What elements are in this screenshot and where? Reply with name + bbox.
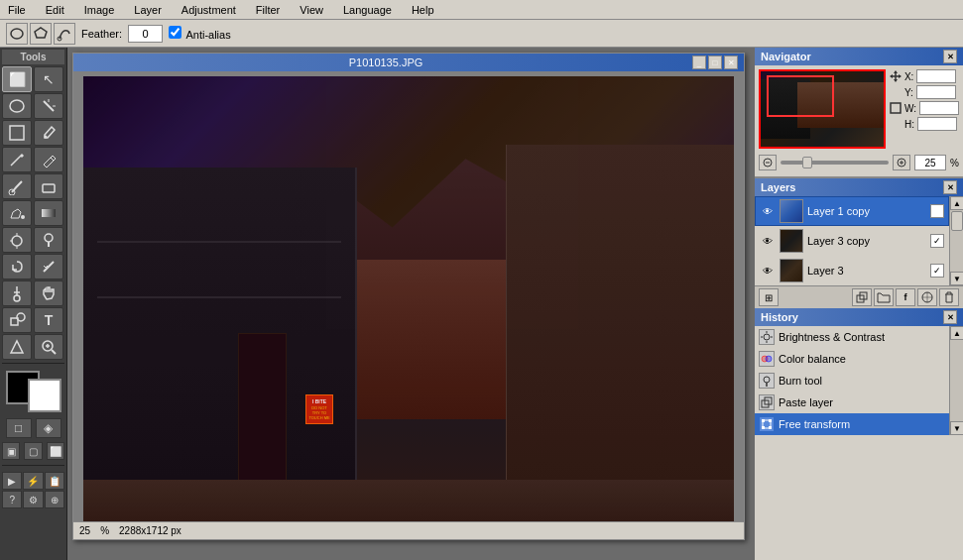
menu-layer[interactable]: Layer (130, 2, 166, 18)
menu-edit[interactable]: Edit (42, 2, 68, 18)
layer-item-layer3copy[interactable]: 👁 Layer 3 copy ✓ (755, 226, 949, 256)
eye-dropper-tool[interactable] (2, 280, 32, 306)
layers-scroll-thumb[interactable] (951, 211, 963, 231)
history-item-brightness[interactable]: Brightness & Contrast (755, 326, 949, 348)
svg-point-17 (17, 313, 25, 321)
canvas-inner: I BITE DO NOT TRY TO TOUCH ME (83, 76, 734, 534)
layer-name: Layer 3 copy (807, 235, 926, 247)
lasso-magnetic[interactable] (54, 23, 75, 45)
full-screen-mode[interactable]: ⬜ (47, 442, 64, 460)
text-tool[interactable]: T (34, 307, 63, 333)
hand-tool[interactable] (34, 280, 63, 306)
magic-wand-tool[interactable] (34, 93, 63, 119)
svg-rect-50 (769, 426, 772, 429)
main-layout: Tools ⬜ ↖ (0, 48, 963, 560)
menu-file[interactable]: File (4, 2, 30, 18)
zoom-tool[interactable] (34, 334, 63, 360)
image-maximize-btn[interactable]: □ (708, 56, 722, 69)
layer-new-btn[interactable] (852, 288, 872, 306)
share-btn[interactable]: ⊕ (45, 491, 64, 508)
history-item-freetransform[interactable]: Free transform (755, 413, 949, 435)
layers-scroll-down[interactable]: ▼ (950, 272, 963, 285)
blur-tool[interactable] (2, 227, 32, 253)
feather-input[interactable] (128, 25, 163, 43)
crop-tool[interactable] (2, 120, 32, 146)
zoom-out-btn[interactable] (759, 155, 777, 170)
nav-y-input[interactable] (916, 85, 956, 99)
layers-scroll-up[interactable]: ▲ (950, 196, 963, 210)
move-tool[interactable]: ↖ (34, 66, 63, 92)
history-item-colorbalance[interactable]: Color balance (755, 348, 949, 370)
tool-grid: ⬜ ↖ (2, 66, 64, 360)
clone-stamp-tool[interactable] (2, 254, 32, 280)
preferences-btn[interactable]: ⚙ (23, 491, 43, 508)
menu-language[interactable]: Language (339, 2, 396, 18)
svg-marker-23 (894, 79, 898, 82)
layer-item-layer1copy[interactable]: 👁 Layer 1 copy ✓ (755, 196, 949, 226)
dodge-tool[interactable] (34, 227, 63, 253)
toolbox-title: Tools (2, 50, 64, 64)
anti-alias-checkbox[interactable] (169, 26, 181, 39)
nav-w-input[interactable] (919, 101, 959, 115)
history-scroll-down[interactable]: ▼ (950, 421, 963, 435)
marquee-tool[interactable]: ⬜ (2, 66, 32, 92)
shape-tool[interactable] (2, 307, 32, 333)
history-panel: History ✕ Brightness & Contrast (755, 308, 963, 560)
nav-zoom-controls: % (759, 153, 959, 172)
layer-visibility-icon[interactable]: 👁 (760, 233, 776, 249)
layer-visibility-icon[interactable]: 👁 (760, 263, 776, 279)
zoom-unit: % (950, 158, 959, 168)
zoom-percent-input[interactable] (914, 155, 946, 170)
nav-x-input[interactable] (916, 69, 956, 83)
history-item-pastelayer[interactable]: Paste layer (755, 392, 949, 413)
healing-brush-tool[interactable] (2, 147, 32, 172)
menu-adjustment[interactable]: Adjustment (178, 2, 240, 18)
quick-fix[interactable]: ⚡ (23, 472, 43, 490)
history-scroll-track (950, 340, 963, 421)
organizer[interactable]: 📋 (45, 472, 64, 490)
nav-h-input[interactable] (917, 117, 957, 131)
svg-rect-11 (42, 209, 56, 217)
gradient-tool[interactable] (34, 200, 63, 226)
anti-alias-label: Anti-alias (169, 26, 231, 41)
layer-delete-btn[interactable] (939, 288, 959, 306)
menu-help[interactable]: Help (408, 2, 438, 18)
zoom-in-btn[interactable] (893, 155, 910, 170)
menu-view[interactable]: View (296, 2, 327, 18)
brush-tool[interactable] (2, 173, 32, 199)
eyedropper-tool[interactable] (34, 120, 63, 146)
pencil-tool[interactable] (34, 147, 63, 172)
zoom-slider-thumb[interactable] (802, 157, 812, 168)
navigator-close-btn[interactable]: ✕ (943, 50, 957, 63)
layer-mask-btn[interactable] (917, 288, 937, 306)
zoom-slider[interactable] (781, 161, 889, 165)
lasso-tool[interactable] (2, 93, 32, 119)
layer-fx-btn[interactable]: f (896, 288, 915, 306)
full-screen-with-menu[interactable]: ▢ (24, 442, 42, 460)
menu-image[interactable]: Image (80, 2, 119, 18)
new-layer-from-bg[interactable]: ⊞ (759, 288, 779, 306)
navigator-panel: Navigator ✕ X: (755, 48, 963, 178)
history-item-burntool[interactable]: Burn tool (755, 370, 949, 392)
paint-bucket-tool[interactable] (2, 200, 32, 226)
standard-screen-mode[interactable]: ▣ (2, 442, 20, 460)
history-close-btn[interactable]: ✕ (943, 310, 957, 324)
history-scroll-up[interactable]: ▲ (950, 326, 963, 340)
history-brush-tool[interactable] (34, 254, 63, 280)
eraser-tool[interactable] (34, 173, 63, 199)
jump-to-imageready[interactable]: ▶ (2, 472, 22, 490)
layers-close-btn[interactable]: ✕ (943, 180, 957, 194)
standard-mode[interactable]: □ (6, 418, 32, 438)
image-close-btn[interactable]: ✕ (724, 56, 738, 69)
layer-visibility-icon[interactable]: 👁 (760, 203, 776, 219)
path-selection-tool[interactable] (2, 334, 32, 360)
layer-folder-btn[interactable] (874, 288, 894, 306)
lasso-freeform[interactable] (6, 23, 28, 45)
quick-mask-mode[interactable]: ◈ (36, 418, 61, 438)
layer-item-layer3[interactable]: 👁 Layer 3 ✓ (755, 256, 949, 285)
menu-filter[interactable]: Filter (252, 2, 284, 18)
help-btn[interactable]: ? (2, 491, 22, 508)
lasso-polygon[interactable] (30, 23, 52, 45)
background-color[interactable] (28, 379, 61, 412)
image-minimize-btn[interactable]: _ (692, 56, 706, 69)
